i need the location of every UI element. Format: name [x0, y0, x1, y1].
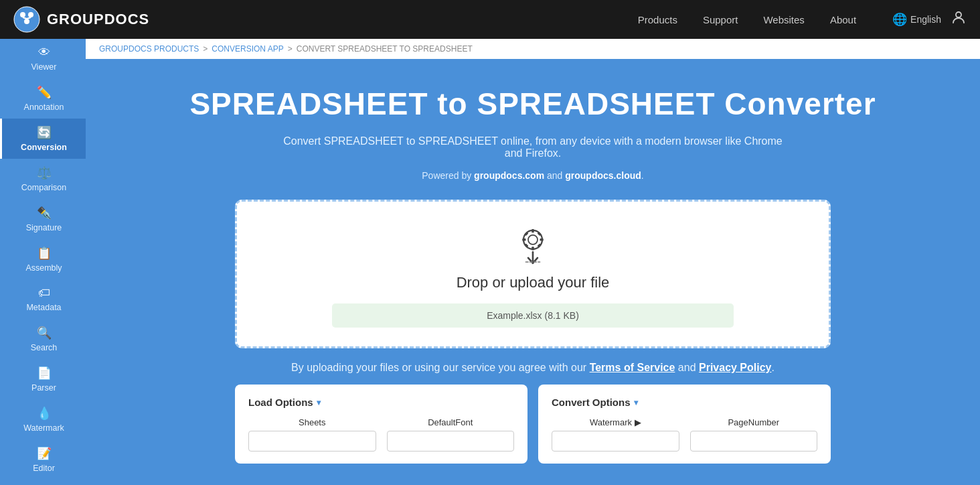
topnav-links: Products Support Websites About [629, 9, 866, 31]
sidebar-item-comparison-label: Comparison [21, 183, 66, 192]
parser-icon: 📄 [37, 366, 52, 380]
sidebar-item-conversion[interactable]: 🔄 Conversion [0, 119, 86, 159]
groupdocs-com-link: groupdocs.com [474, 170, 544, 181]
annotation-icon: ✏️ [37, 85, 52, 100]
signature-icon: ✒️ [37, 206, 52, 220]
load-options-card: Load Options ▾ Sheets DefaultFont [235, 385, 527, 464]
defaultfont-label: DefaultFont [387, 417, 515, 427]
sidebar-item-assembly[interactable]: 📋 Assembly [0, 239, 86, 279]
breadcrumb-current: CONVERT SPREADSHEET TO SPREADSHEET [297, 44, 473, 54]
user-icon[interactable] [951, 9, 967, 29]
sidebar-item-search[interactable]: 🔍 Search [0, 319, 86, 359]
watermark-input[interactable] [552, 431, 679, 452]
sidebar-item-merger[interactable]: 🔗 Merger [0, 480, 86, 485]
breadcrumb-home[interactable]: GROUPDOCS PRODUCTS [99, 44, 199, 54]
metadata-icon: 🏷 [38, 286, 50, 300]
editor-icon: 📝 [37, 446, 52, 461]
comparison-icon: ⚖️ [37, 165, 52, 180]
load-options-title: Load Options ▾ [248, 397, 514, 408]
globe-icon: 🌐 [892, 12, 907, 27]
assembly-icon: 📋 [37, 246, 52, 261]
sidebar-item-comparison[interactable]: ⚖️ Comparison [0, 159, 86, 199]
pagenumber-field-group: PageNumber [690, 417, 818, 452]
sidebar-item-parser[interactable]: 📄 Parser [0, 359, 86, 399]
breadcrumb-conversion[interactable]: CONVERSION APP [212, 44, 283, 54]
sidebar-item-metadata[interactable]: 🏷 Metadata [0, 279, 86, 319]
layout: 👁 Viewer ✏️ Annotation 🔄 Conversion ⚖️ C… [0, 39, 980, 485]
logo-text: GROUPDOCS [47, 11, 149, 28]
sidebar-item-watermark[interactable]: 💧 Watermark [0, 399, 86, 439]
logo-icon [13, 6, 40, 33]
breadcrumb-sep2: > [288, 44, 293, 54]
sidebar-item-assembly-label: Assembly [25, 263, 62, 273]
sidebar-item-signature[interactable]: ✒️ Signature [0, 199, 86, 239]
logo[interactable]: GROUPDOCS [13, 6, 149, 33]
svg-rect-9 [532, 229, 534, 232]
sidebar-item-editor[interactable]: 📝 Editor [0, 439, 86, 480]
sheets-label: Sheets [248, 417, 376, 427]
watermark-icon: 💧 [37, 406, 52, 421]
svg-point-2 [28, 12, 33, 17]
defaultfont-field-group: DefaultFont [387, 417, 515, 452]
load-options-fields: Sheets DefaultFont [248, 417, 514, 452]
hero-description: Convert SPREADSHEET to SPREADSHEET onlin… [278, 135, 787, 159]
load-options-arrow[interactable]: ▾ [317, 398, 321, 407]
sidebar-item-watermark-label: Watermark [23, 423, 64, 433]
websites-link[interactable]: Websites [754, 9, 813, 31]
support-link[interactable]: Support [693, 9, 748, 31]
sidebar-item-signature-label: Signature [26, 223, 62, 232]
sidebar-item-viewer-label: Viewer [31, 62, 57, 72]
language-selector[interactable]: 🌐 English [892, 12, 941, 27]
sidebar-item-viewer[interactable]: 👁 Viewer [0, 39, 86, 78]
svg-rect-12 [540, 238, 544, 241]
sidebar-item-annotation[interactable]: ✏️ Annotation [0, 78, 86, 119]
products-link[interactable]: Products [629, 9, 687, 31]
breadcrumb-sep1: > [203, 44, 208, 54]
hero-section: SPREADSHEET to SPREADSHEET Converter Con… [86, 59, 980, 485]
convert-options-fields: Watermark ▶ PageNumber [552, 417, 817, 452]
main-content: GROUPDOCS PRODUCTS > CONVERSION APP > CO… [86, 39, 980, 485]
topnav: GROUPDOCS Products Support Websites Abou… [0, 0, 980, 39]
sidebar-item-annotation-label: Annotation [24, 102, 64, 112]
sidebar-item-conversion-label: Conversion [21, 143, 67, 152]
viewer-icon: 👁 [38, 46, 50, 60]
svg-point-8 [528, 235, 538, 245]
pagenumber-label: PageNumber [690, 417, 818, 427]
breadcrumb: GROUPDOCS PRODUCTS > CONVERSION APP > CO… [86, 39, 980, 59]
search-icon: 🔍 [37, 326, 52, 340]
sidebar: 👁 Viewer ✏️ Annotation 🔄 Conversion ⚖️ C… [0, 39, 86, 485]
topnav-right: 🌐 English [892, 9, 967, 29]
sidebar-item-editor-label: Editor [33, 464, 55, 473]
convert-options-card: Convert Options ▾ Watermark ▶ PageNumber [538, 385, 831, 464]
language-label: English [910, 14, 941, 25]
convert-options-title: Convert Options ▾ [552, 397, 817, 408]
svg-point-3 [24, 19, 29, 24]
watermark-field-group: Watermark ▶ [552, 417, 679, 452]
watermark-label: Watermark ▶ [552, 417, 679, 427]
upload-drop-text: Drop or upload your file [250, 274, 815, 291]
sheets-field-group: Sheets [248, 417, 376, 452]
sidebar-item-parser-label: Parser [31, 383, 56, 393]
svg-point-6 [956, 12, 961, 17]
defaultfont-input[interactable] [387, 431, 515, 452]
pagenumber-input[interactable] [690, 431, 818, 452]
page-title: SPREADSHEET to SPREADSHEET Converter [99, 86, 967, 122]
groupdocs-cloud-link: groupdocs.cloud [565, 170, 641, 181]
powered-by: Powered by groupdocs.com and groupdocs.c… [278, 170, 787, 181]
sheets-input[interactable] [248, 431, 376, 452]
svg-rect-10 [532, 247, 534, 250]
convert-options-arrow[interactable]: ▾ [634, 398, 638, 407]
svg-point-1 [20, 12, 25, 17]
terms-text: By uploading your files or using our ser… [278, 362, 787, 374]
upload-area[interactable]: Drop or upload your file Example.xlsx (8… [235, 200, 831, 348]
example-file-button[interactable]: Example.xlsx (8.1 KB) [332, 303, 734, 328]
options-section: Load Options ▾ Sheets DefaultFont [235, 385, 831, 484]
conversion-icon: 🔄 [37, 125, 52, 140]
sidebar-item-metadata-label: Metadata [26, 303, 61, 312]
upload-cloud-icon [509, 226, 556, 266]
svg-rect-11 [522, 238, 525, 241]
about-link[interactable]: About [821, 9, 866, 31]
sidebar-item-search-label: Search [31, 343, 58, 352]
